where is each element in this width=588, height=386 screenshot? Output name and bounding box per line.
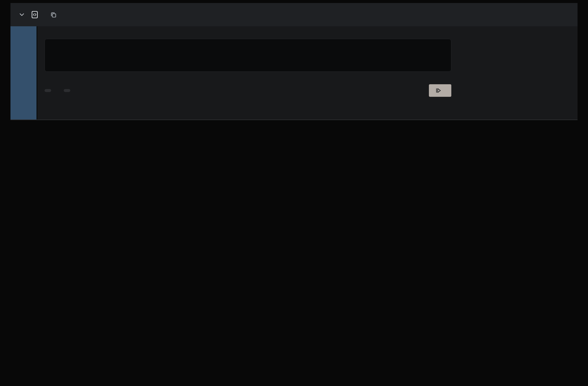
comment-actions — [45, 84, 451, 97]
action-buttons — [413, 84, 451, 97]
submit-icon — [435, 88, 441, 94]
collapse-file-button[interactable] — [19, 11, 25, 18]
comment-gutter — [10, 26, 37, 120]
submit-comment-button[interactable] — [429, 84, 451, 97]
copy-path-button[interactable] — [50, 11, 57, 18]
diff-stats — [563, 11, 567, 18]
chevron-down-icon — [19, 11, 25, 18]
inline-comment-region — [10, 26, 578, 120]
comment-panel — [37, 26, 578, 120]
shortcut-hints — [45, 89, 74, 92]
cancel-button[interactable] — [413, 88, 422, 93]
comment-input[interactable] — [45, 39, 451, 72]
card-bottom-border — [10, 120, 578, 120]
diff-file-card — [10, 3, 578, 120]
kbd-submit-shortcut — [64, 89, 70, 92]
copy-icon — [50, 11, 57, 18]
kbd-add-shortcut — [45, 89, 51, 92]
code-file-icon — [31, 10, 39, 19]
file-header — [10, 3, 578, 26]
